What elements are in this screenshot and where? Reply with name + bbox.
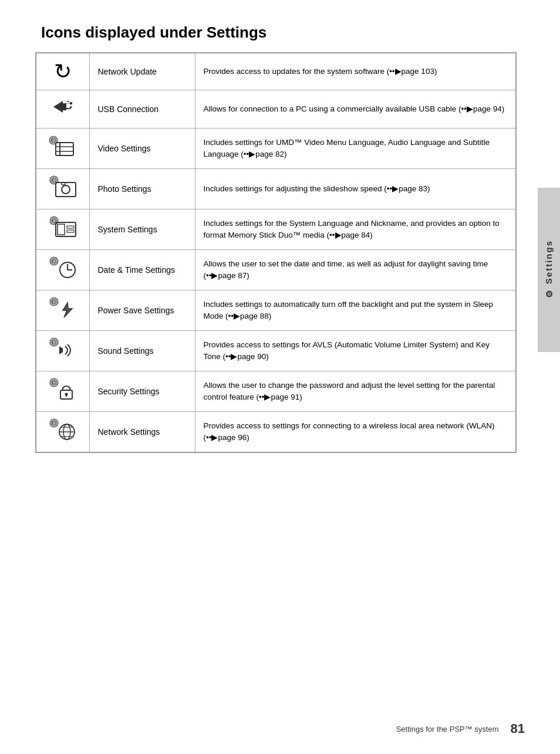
svg-rect-17 [67, 230, 74, 232]
svg-rect-4 [59, 143, 60, 155]
table-row: Network SettingsProvides access to setti… [36, 412, 515, 452]
setting-name: USB Connection [89, 90, 195, 129]
setting-name: Video Settings [89, 129, 195, 169]
icon-cell-sound [36, 331, 89, 371]
svg-point-28 [50, 378, 58, 387]
setting-description: Includes settings to automatically turn … [195, 290, 515, 331]
side-tab-label: ⚙ Settings [544, 240, 554, 299]
setting-name: Power Save Settings [89, 290, 195, 331]
setting-description: Provides access to updates for the syste… [195, 53, 515, 90]
table-row: Date & Time SettingsAllows the user to s… [36, 250, 515, 290]
svg-point-10 [62, 185, 70, 194]
setting-name: Security Settings [89, 371, 195, 412]
setting-name: Network Settings [89, 412, 195, 452]
table-row: Power Save SettingsIncludes settings to … [36, 290, 515, 331]
setting-name: Photo Settings [89, 169, 195, 209]
setting-description: Allows the user to set the date and time… [195, 250, 515, 290]
svg-rect-3 [56, 143, 73, 155]
setting-description: Provides access to settings for AVLS (Au… [195, 331, 515, 371]
icon-cell-power [36, 290, 89, 331]
settings-table: ↻Network UpdateProvides access to update… [35, 52, 517, 453]
icon-cell-video [36, 129, 89, 169]
setting-name: Network Update [89, 53, 195, 90]
setting-description: Includes settings for the System Languag… [195, 209, 515, 250]
footer: Settings for the PSP™ system 81 [396, 721, 525, 736]
setting-description: Allows the user to change the password a… [195, 371, 515, 412]
svg-rect-11 [62, 182, 65, 185]
svg-point-25 [50, 338, 58, 346]
svg-rect-15 [58, 224, 65, 235]
svg-point-18 [50, 257, 58, 265]
footer-page: 81 [511, 721, 525, 736]
setting-description: Provides access to settings for connecti… [195, 412, 515, 452]
setting-name: Sound Settings [89, 331, 195, 371]
page-heading: Icons displayed under Settings [41, 23, 531, 42]
table-row: •• USB ConnectionAllows for connection t… [36, 90, 515, 129]
icon-cell-photo [36, 169, 89, 209]
table-row: Security SettingsAllows the user to chan… [36, 371, 515, 412]
icon-cell-usb: •• [36, 90, 89, 129]
svg-text:••: •• [66, 99, 69, 103]
setting-description: Includes settings for adjusting the slid… [195, 169, 515, 209]
svg-marker-27 [59, 346, 63, 354]
table-row: Sound SettingsProvides access to setting… [36, 331, 515, 371]
setting-description: Includes settings for UMD™ Video Menu La… [195, 129, 515, 169]
svg-point-33 [50, 419, 58, 427]
table-row: Video SettingsIncludes settings for UMD™… [36, 129, 515, 169]
table-row: ↻Network UpdateProvides access to update… [36, 53, 515, 90]
svg-rect-16 [67, 226, 74, 228]
side-tab: ⚙ Settings [538, 188, 560, 352]
svg-point-12 [50, 217, 58, 225]
icon-cell-refresh: ↻ [36, 53, 89, 90]
icon-cell-datetime [36, 250, 89, 290]
icon-cell-network [36, 412, 89, 452]
table-row: Photo SettingsIncludes settings for adju… [36, 169, 515, 209]
setting-name: Date & Time Settings [89, 250, 195, 290]
icon-cell-security [36, 371, 89, 412]
setting-description: Allows for connection to a PC using a co… [195, 90, 515, 129]
table-row: System SettingsIncludes settings for the… [36, 209, 515, 250]
setting-name: System Settings [89, 209, 195, 250]
footer-text: Settings for the PSP™ system [396, 725, 499, 733]
icon-cell-system [36, 209, 89, 250]
svg-rect-9 [56, 182, 76, 197]
svg-point-23 [50, 297, 58, 306]
